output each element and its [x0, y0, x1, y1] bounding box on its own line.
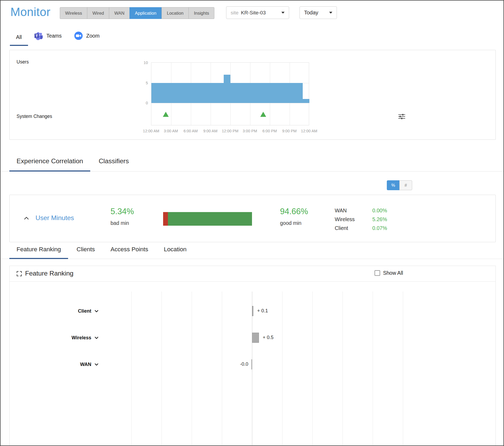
gridline [403, 292, 403, 445]
tab-clients[interactable]: Clients [69, 246, 102, 259]
app-tab-zoom-label: Zoom [86, 33, 100, 39]
x-tick-label: 6:00 AM [183, 129, 198, 133]
app-tab-teams[interactable]: Teams [28, 28, 68, 46]
user-minutes-link[interactable]: User Minutes [36, 214, 74, 222]
system-change-marker[interactable] [260, 112, 266, 117]
site-selector[interactable]: site KR-Site-03 [226, 6, 289, 19]
feature-ranking-title: Feature Ranking [25, 270, 73, 277]
zoom-icon [74, 31, 83, 40]
y-tick-label: 5 [146, 81, 148, 85]
feature-row-label: Wireless [72, 335, 91, 341]
tab-access-points[interactable]: Access Points [103, 246, 155, 259]
x-tick-label: 12:00 AM [143, 129, 159, 133]
users-chart-x-axis: 12:00 AM3:00 AM6:00 AM9:00 AM12:00 PM3:0… [151, 129, 309, 134]
feature-row-label: Client [78, 308, 91, 314]
y-tick-label: 10 [144, 61, 148, 65]
bad-minutes-label: bad min [111, 220, 129, 226]
page-title: Monitor [10, 5, 50, 19]
gridline [151, 103, 309, 103]
tab-experience-correlation[interactable]: Experience Correlation [9, 157, 90, 172]
tab-location-label: Location [164, 246, 187, 253]
chevron-down-icon [94, 336, 99, 340]
nav-tab-wired[interactable]: Wired [87, 7, 109, 19]
unit-toggle-percent[interactable]: % [387, 180, 400, 190]
teams-icon [34, 31, 43, 40]
good-minutes-percent: 94.66% [280, 207, 308, 216]
users-bar-segment [224, 75, 230, 103]
chevron-down-icon [94, 309, 99, 313]
tab-feature-ranking[interactable]: Feature Ranking [9, 246, 68, 259]
user-minutes-panel: User Minutes 5.34% bad min 94.66% good m… [9, 195, 496, 242]
feature-bar [252, 306, 253, 316]
users-bar-segment [303, 99, 309, 103]
app-tab-zoom[interactable]: Zoom [68, 28, 106, 46]
feature-value-label: + 0.1 [257, 308, 268, 314]
breakdown-wireless-value: 5.26% [372, 215, 387, 224]
x-tick-label: 6:00 PM [262, 129, 277, 133]
x-tick-label: 9:00 PM [282, 129, 297, 133]
detail-tabs: Feature Ranking Clients Access Points Lo… [1, 246, 503, 259]
x-tick-label: 12:00 AM [301, 129, 317, 133]
feature-row-label: WAN [80, 362, 91, 367]
tab-clients-label: Clients [77, 246, 95, 253]
gridline [131, 292, 132, 445]
users-label: Users [17, 59, 29, 65]
show-all-label: Show All [383, 270, 403, 276]
nav-tab-location[interactable]: Location [162, 7, 189, 19]
nav-tab-wan[interactable]: WAN [109, 7, 130, 19]
system-changes-label: System Changes [17, 114, 52, 119]
tab-experience-correlation-label: Experience Correlation [17, 157, 83, 165]
x-tick-label: 12:00 PM [222, 129, 238, 133]
feature-row-wireless-dropdown[interactable]: Wireless [10, 333, 99, 343]
feature-ranking-chart: Client+ 0.1Wireless+ 0.5WAN-0.0 [10, 282, 495, 445]
feature-bar [251, 359, 252, 369]
collapse-chevron-up-icon[interactable] [23, 215, 29, 221]
gridline [373, 292, 373, 445]
monitor-application-page: Monitor Wireless Wired WAN Application L… [0, 0, 504, 446]
feature-row-wan-dropdown[interactable]: WAN [10, 360, 99, 369]
good-minutes-bar-segment [168, 212, 252, 226]
show-all-control[interactable]: Show All [375, 270, 403, 276]
x-tick-label: 3:00 PM [243, 129, 257, 133]
tab-classifiers[interactable]: Classifiers [92, 157, 136, 172]
nav-tab-wireless[interactable]: Wireless [60, 7, 87, 19]
feature-ranking-section: Feature Ranking Show All Client+ 0.1Wire… [9, 266, 496, 445]
tab-location[interactable]: Location [157, 246, 194, 259]
breakdown-wireless-label: Wireless [335, 215, 355, 224]
app-tab-teams-label: Teams [46, 33, 62, 39]
gridline [312, 292, 313, 445]
application-filter-tabs: All Teams [1, 28, 106, 46]
caret-down-icon [281, 12, 285, 14]
feature-value-label: -0.0 [216, 361, 248, 367]
chart-settings-icon[interactable] [398, 114, 406, 120]
caret-down-icon [329, 12, 332, 14]
system-change-marker[interactable] [163, 112, 169, 117]
minutes-breakdown: WAN 0.00% Wireless 5.26% Client 0.07% [335, 206, 387, 233]
feature-ranking-header: Feature Ranking Show All [10, 266, 495, 282]
app-tab-all[interactable]: All [10, 31, 28, 46]
gridline [222, 292, 222, 445]
breakdown-row-wan: WAN 0.00% [335, 206, 387, 215]
site-selector-value: KR-Site-03 [241, 10, 266, 16]
tab-feature-ranking-label: Feature Ranking [17, 246, 61, 253]
breakdown-client-value: 0.07% [372, 224, 387, 233]
tab-access-points-label: Access Points [111, 246, 148, 253]
gridline [342, 292, 343, 445]
expand-icon[interactable] [16, 271, 22, 277]
nav-tab-insights[interactable]: Insights [188, 7, 214, 19]
nav-tab-application[interactable]: Application [129, 7, 162, 19]
time-range-selector[interactable]: Today [300, 6, 337, 19]
chevron-down-icon [94, 362, 99, 367]
x-tick-label: 9:00 AM [203, 129, 217, 133]
unit-toggle-count[interactable]: # [399, 180, 412, 190]
users-bar-segment [151, 83, 224, 103]
feature-row-client-dropdown[interactable]: Client [10, 306, 99, 316]
show-all-checkbox[interactable] [375, 270, 380, 276]
breakdown-row-client: Client 0.07% [335, 224, 387, 233]
app-tab-all-label: All [16, 34, 22, 40]
users-chart-panel: Users System Changes 1050 12:00 AM3:00 A… [9, 50, 496, 140]
monitor-nav-tabs: Wireless Wired WAN Application Location … [60, 7, 214, 19]
breakdown-row-wireless: Wireless 5.26% [335, 215, 387, 224]
good-bad-minutes-bar [163, 212, 252, 226]
site-selector-prefix: site [231, 10, 239, 16]
